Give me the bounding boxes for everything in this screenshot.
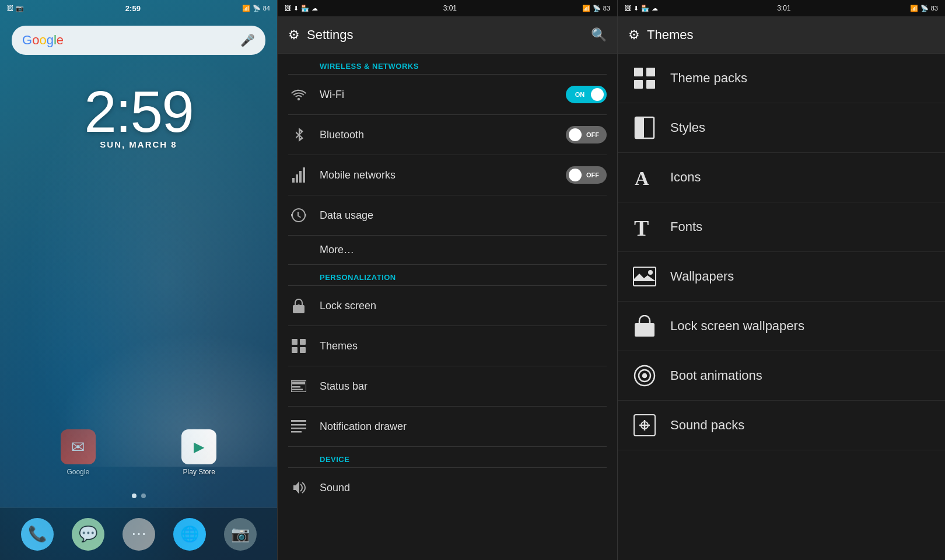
- dock-phone[interactable]: 📞: [21, 518, 54, 551]
- t-battery: 83: [931, 5, 938, 12]
- lock-screen-icon: [288, 295, 309, 316]
- settings-item-more[interactable]: More…: [278, 236, 617, 264]
- dock-browser[interactable]: 🌐: [173, 518, 206, 551]
- settings-item-lockscreen[interactable]: Lock screen: [278, 286, 617, 326]
- sound-packs-label: Sound packs: [670, 418, 744, 433]
- notification-icon: 🖼: [7, 5, 13, 12]
- themes-left-icons: 🖼 ⬇ 🏪 ☁: [625, 5, 658, 12]
- signal-status-icon: 📡: [253, 5, 261, 12]
- section-device: DEVICE: [278, 447, 617, 467]
- signal-icon-status: 📡: [593, 5, 601, 12]
- notification-drawer-icon: [288, 416, 309, 437]
- settings-status-bar: 🖼 ⬇ 🏪 ☁ 3:01 📶 📡 83: [278, 0, 617, 16]
- lockscreen-wallpapers-label: Lock screen wallpapers: [670, 318, 804, 334]
- styles-label: Styles: [670, 120, 705, 135]
- settings-item-statusbar[interactable]: Status bar: [278, 366, 617, 406]
- themes-item-boot-anim[interactable]: Boot animations: [618, 351, 945, 401]
- settings-item-notification[interactable]: Notification drawer: [278, 407, 617, 446]
- dock-messages[interactable]: 💬: [72, 518, 104, 551]
- themes-app-bar: ⚙ Themes: [618, 16, 945, 54]
- settings-item-sound[interactable]: Sound: [278, 468, 617, 508]
- dock-apps[interactable]: ⋯: [123, 518, 155, 551]
- home-screen: 🖼 📷 2:59 📶 📡 84 Google 🎤 2:59 SUN, MARCH…: [0, 0, 277, 560]
- status-bar-icon: [288, 376, 309, 397]
- battery-status: 83: [603, 5, 610, 12]
- sound-packs-icon: [632, 412, 657, 438]
- icons-label: Icons: [670, 170, 701, 185]
- themes-item-wallpapers[interactable]: Wallpapers: [618, 252, 945, 302]
- svg-rect-19: [291, 431, 302, 433]
- download-icon: ⬇: [293, 5, 299, 12]
- data-usage-label: Data usage: [320, 209, 607, 222]
- dock-camera[interactable]: 📷: [224, 518, 257, 551]
- mobile-networks-label: Mobile networks: [320, 169, 555, 181]
- themes-item-styles[interactable]: Styles: [618, 103, 945, 153]
- store-icon: 🏪: [301, 5, 309, 12]
- mobile-networks-icon: [288, 164, 309, 186]
- settings-left-icons: 🖼 ⬇ 🏪 ☁: [285, 5, 318, 12]
- mobile-toggle[interactable]: OFF: [566, 166, 607, 184]
- bluetooth-label: Bluetooth: [320, 129, 555, 141]
- svg-rect-3: [299, 171, 302, 183]
- home-date: SUN, MARCH 8: [100, 139, 177, 149]
- svg-rect-16: [291, 420, 306, 422]
- svg-rect-17: [291, 424, 306, 426]
- boot-animations-icon: [632, 363, 657, 388]
- sound-icon: [288, 477, 309, 498]
- settings-gear-icon: ⚙: [288, 27, 300, 43]
- home-status-right-icons: 📶 📡 84: [242, 5, 270, 12]
- themes-label: Themes: [320, 340, 607, 352]
- svg-text:T: T: [634, 216, 649, 238]
- themes-item-sound-packs[interactable]: Sound packs: [618, 401, 945, 450]
- dock: 📞 💬 ⋯ 🌐 📷: [0, 508, 277, 560]
- wifi-label: Wi-Fi: [320, 89, 555, 101]
- play-store-label: Play Store: [183, 468, 215, 476]
- settings-item-data[interactable]: Data usage: [278, 195, 617, 235]
- svg-rect-21: [646, 68, 655, 76]
- page-dot-1: [132, 494, 136, 498]
- svg-rect-11: [300, 347, 306, 353]
- t-signal-icon: 📡: [921, 5, 929, 12]
- settings-search-button[interactable]: 🔍: [591, 27, 607, 43]
- settings-item-wifi[interactable]: Wi-Fi ON: [278, 75, 617, 114]
- svg-rect-14: [292, 386, 300, 388]
- status-bar-label: Status bar: [320, 380, 607, 393]
- fonts-icon: T: [632, 214, 657, 240]
- google-search-bar[interactable]: Google 🎤: [12, 26, 265, 55]
- gmail-label: Google: [66, 468, 89, 476]
- svg-rect-2: [296, 174, 298, 183]
- svg-rect-13: [292, 382, 305, 384]
- lockscreen-wallpapers-icon: [632, 313, 657, 339]
- t-wifi-icon: 📶: [910, 5, 918, 12]
- theme-packs-label: Theme packs: [670, 71, 747, 86]
- google-logo: Google: [22, 33, 64, 48]
- theme-packs-icon: [632, 65, 657, 91]
- home-big-clock: 2:59: [84, 78, 193, 145]
- svg-rect-15: [292, 389, 303, 391]
- settings-panel: 🖼 ⬇ 🏪 ☁ 3:01 📶 📡 83 ⚙ Settings 🔍 WIRELES…: [277, 0, 617, 560]
- settings-item-themes[interactable]: Themes: [278, 326, 617, 366]
- bluetooth-toggle[interactable]: OFF: [566, 126, 607, 144]
- svg-rect-4: [303, 167, 305, 183]
- mic-icon[interactable]: 🎤: [240, 33, 255, 48]
- wifi-toggle[interactable]: ON: [566, 86, 607, 103]
- settings-item-mobile[interactable]: Mobile networks OFF: [278, 155, 617, 195]
- themes-item-lockscreen-wall[interactable]: Lock screen wallpapers: [618, 302, 945, 351]
- t-notif-icon: 🖼: [625, 5, 631, 12]
- svg-rect-23: [646, 80, 655, 89]
- boot-animations-label: Boot animations: [670, 368, 762, 383]
- battery-icon: 84: [263, 5, 270, 12]
- page-dot-2: [141, 494, 146, 498]
- themes-item-theme-packs[interactable]: Theme packs: [618, 54, 945, 103]
- settings-item-bluetooth[interactable]: Bluetooth OFF: [278, 115, 617, 155]
- svg-point-0: [298, 98, 300, 100]
- themes-item-fonts[interactable]: T Fonts: [618, 202, 945, 252]
- settings-title: Settings: [307, 27, 584, 43]
- bluetooth-icon: [288, 124, 309, 145]
- notification-drawer-label: Notification drawer: [320, 421, 607, 433]
- home-clock: 2:59: [125, 4, 141, 13]
- themes-back-gear-icon: ⚙: [628, 27, 640, 43]
- themes-item-icons[interactable]: A Icons: [618, 153, 945, 202]
- status-bar-home: 🖼 📷 2:59 📶 📡 84: [0, 0, 277, 16]
- svg-rect-8: [292, 339, 298, 345]
